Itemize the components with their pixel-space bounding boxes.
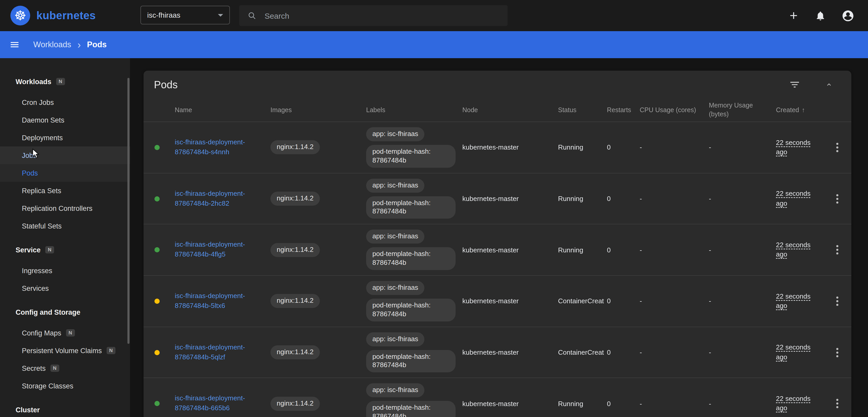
row-actions-button[interactable] — [833, 348, 851, 357]
sidebar-section-items: Ingresses Services — [0, 262, 130, 297]
column-header-created[interactable]: Created↑ — [776, 106, 833, 114]
table-row[interactable]: isc-fhiraas-deployment-87867484b-s4nnh n… — [144, 122, 851, 173]
pod-node: kubernetes-master — [462, 144, 558, 151]
column-header-restarts[interactable]: Restarts — [607, 106, 640, 114]
pod-name-link[interactable]: isc-fhiraas-deployment-87867484b-5ltx6 — [175, 291, 262, 311]
label-chip: app: isc-fhiraas — [366, 127, 424, 141]
namespaced-badge: N — [106, 347, 116, 354]
pod-name-link[interactable]: isc-fhiraas-deployment-87867484b-s4nnh — [175, 138, 262, 157]
app-root: ☸ kubernetes isc-fhiraas — [0, 0, 868, 417]
column-header-node[interactable]: Node — [462, 106, 558, 114]
pod-image-chip: nginx:1.14.2 — [271, 243, 320, 257]
table-row[interactable]: isc-fhiraas-deployment-87867484b-4flg5 n… — [144, 224, 851, 276]
page-title: Pods — [154, 79, 178, 91]
sidebar-item-deployments[interactable]: Deployments — [0, 129, 130, 146]
sidebar-scrollbar[interactable] — [127, 78, 129, 344]
column-header-status[interactable]: Status — [558, 106, 607, 114]
pod-image-chip: nginx:1.14.2 — [271, 397, 320, 411]
row-actions-button[interactable] — [833, 245, 851, 254]
kubernetes-logo-icon: ☸ — [10, 6, 30, 26]
pod-node: kubernetes-master — [462, 348, 558, 356]
sidebar-item-daemon-sets[interactable]: Daemon Sets — [0, 111, 130, 129]
namespaced-badge: N — [51, 364, 59, 372]
namespace-select[interactable]: isc-fhiraas — [141, 6, 230, 25]
pod-status: Running — [558, 399, 607, 407]
pod-node: kubernetes-master — [462, 297, 558, 305]
pod-image-chip: nginx:1.14.2 — [271, 192, 320, 206]
card-header: Pods — [144, 71, 851, 99]
label-chip: pod-template-hash: 87867484b — [366, 350, 456, 373]
pod-status: Running — [558, 246, 607, 254]
pod-status-icon — [154, 401, 160, 406]
label-chip: app: isc-fhiraas — [366, 281, 424, 295]
row-actions-button[interactable] — [833, 297, 851, 306]
sidebar-item-ingresses[interactable]: Ingresses — [0, 262, 130, 279]
table-row[interactable]: isc-fhiraas-deployment-87867484b-5ltx6 n… — [144, 276, 851, 327]
sidebar-item-label: Ingresses — [22, 267, 52, 274]
pod-memory: - — [709, 348, 776, 356]
sidebar-item-services[interactable]: Services — [0, 279, 130, 297]
sidebar-item-label: Daemon Sets — [22, 116, 64, 124]
account-button[interactable] — [841, 9, 855, 22]
pod-cpu: - — [640, 246, 709, 254]
pod-memory: - — [709, 144, 776, 151]
sidebar-item-label: Storage Classes — [22, 382, 73, 390]
sidebar-item-label: Secrets — [22, 364, 46, 372]
sidebar-item-stateful-sets[interactable]: Stateful Sets — [0, 217, 130, 235]
label-chip: pod-template-hash: 87867484b — [366, 247, 456, 270]
top-actions — [788, 0, 855, 31]
pod-cpu: - — [640, 399, 709, 407]
collapse-card-button[interactable] — [825, 81, 833, 88]
sidebar-item-pods[interactable]: Pods — [0, 164, 130, 182]
sidebar-section-header: Service N — [0, 242, 130, 257]
search-bar[interactable] — [239, 5, 507, 26]
filter-button[interactable] — [789, 79, 800, 90]
menu-button[interactable] — [9, 39, 20, 50]
pod-memory: - — [709, 297, 776, 305]
pod-labels: app: isc-fhiraaspod-template-hash: 87867… — [366, 173, 462, 224]
chevron-right-icon: › — [78, 40, 81, 49]
sidebar-item-jobs[interactable]: Jobs — [0, 146, 130, 164]
pod-labels: app: isc-fhiraaspod-template-hash: 87867… — [366, 378, 462, 417]
add-resource-button[interactable] — [788, 10, 799, 21]
brand-title: kubernetes — [36, 9, 96, 22]
column-header-cpu-usage-cores[interactable]: CPU Usage (cores) — [640, 106, 709, 114]
sidebar-item-cron-jobs[interactable]: Cron Jobs — [0, 94, 130, 111]
row-actions-button[interactable] — [833, 194, 851, 203]
sidebar-item-config-maps[interactable]: Config Maps N — [0, 324, 130, 342]
sidebar-item-label: Pods — [22, 169, 38, 177]
main-content: Pods NameImagesLabelsNodeStatusRestartsC… — [130, 58, 868, 417]
pod-node: kubernetes-master — [462, 246, 558, 254]
column-header-labels[interactable]: Labels — [366, 106, 462, 114]
mouse-cursor — [32, 148, 40, 159]
row-actions-button[interactable] — [833, 143, 851, 152]
table-row[interactable]: isc-fhiraas-deployment-87867484b-2hc82 n… — [144, 173, 851, 224]
sidebar-item-replica-sets[interactable]: Replica Sets — [0, 182, 130, 199]
pod-status-icon — [154, 247, 160, 252]
pod-cpu: - — [640, 348, 709, 356]
notifications-button[interactable] — [815, 10, 826, 21]
sidebar-item-persistent-volume-claims[interactable]: Persistent Volume Claims N — [0, 342, 130, 359]
table-row[interactable]: isc-fhiraas-deployment-87867484b-5qlzf n… — [144, 327, 851, 378]
column-header-memory-usage-bytes[interactable]: Memory Usage (bytes) — [709, 101, 776, 119]
pod-name-link[interactable]: isc-fhiraas-deployment-87867484b-2hc82 — [175, 189, 262, 208]
breadcrumb-workloads[interactable]: Workloads — [33, 40, 71, 49]
sidebar-item-label: Cron Jobs — [22, 98, 54, 106]
column-header-name[interactable]: Name — [175, 106, 271, 114]
brand[interactable]: ☸ kubernetes — [10, 6, 96, 26]
pod-name-link[interactable]: isc-fhiraas-deployment-87867484b-4flg5 — [175, 240, 262, 259]
sidebar-item-secrets[interactable]: Secrets N — [0, 359, 130, 377]
pod-name-link[interactable]: isc-fhiraas-deployment-87867484b-665b6 — [175, 394, 262, 413]
table-row[interactable]: isc-fhiraas-deployment-87867484b-665b6 n… — [144, 378, 851, 417]
pod-labels: app: isc-fhiraaspod-template-hash: 87867… — [366, 224, 462, 275]
sidebar-item-replication-controllers[interactable]: Replication Controllers — [0, 199, 130, 217]
pod-name-link[interactable]: isc-fhiraas-deployment-87867484b-5qlzf — [175, 343, 262, 362]
column-header-images[interactable]: Images — [271, 106, 366, 114]
sidebar-item-storage-classes[interactable]: Storage Classes — [0, 377, 130, 395]
sidebar-section-service: Service N Ingresses Services — [0, 242, 130, 297]
pod-status-icon — [154, 350, 160, 355]
row-actions-button[interactable] — [833, 399, 851, 408]
sidebar-section-header: Workloads N — [0, 74, 130, 89]
search-input[interactable] — [264, 11, 499, 21]
sidebar-section-items: Config Maps N Persistent Volume Claims N… — [0, 324, 130, 395]
